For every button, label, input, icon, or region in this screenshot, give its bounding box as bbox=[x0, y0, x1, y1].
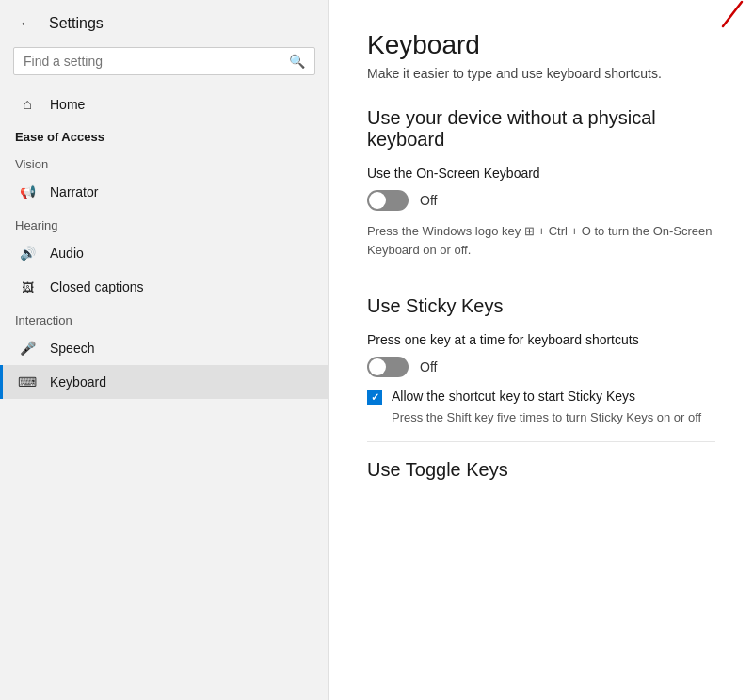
sticky-keys-shortcut-hint: Press the Shift key five times to turn S… bbox=[392, 410, 715, 424]
page-subtitle: Make it easier to type and use keyboard … bbox=[367, 66, 715, 81]
search-bar[interactable]: 🔍 bbox=[13, 47, 315, 75]
sidebar-item-label-keyboard: Keyboard bbox=[50, 374, 106, 390]
search-input[interactable] bbox=[24, 54, 281, 69]
section-heading-sticky-keys: Use Sticky Keys bbox=[367, 295, 715, 317]
sticky-keys-shortcut-row: Allow the shortcut key to start Sticky K… bbox=[367, 389, 715, 405]
on-screen-keyboard-toggle[interactable] bbox=[367, 190, 409, 211]
sidebar-item-label-speech: Speech bbox=[50, 341, 94, 356]
sidebar-item-label-narrator: Narrator bbox=[50, 184, 98, 199]
on-screen-keyboard-label: Use the On-Screen Keyboard bbox=[367, 166, 715, 181]
home-icon: ⌂ bbox=[18, 96, 37, 113]
sidebar: ← Settings 🔍 ⌂ Home Ease of Access Visio… bbox=[0, 0, 329, 700]
back-button[interactable]: ← bbox=[15, 13, 38, 34]
sticky-keys-shortcut-checkbox[interactable] bbox=[367, 390, 382, 405]
sticky-keys-label: Press one key at a time for keyboard sho… bbox=[367, 332, 715, 347]
sidebar-item-label-home: Home bbox=[50, 97, 85, 112]
sidebar-item-closed-captions[interactable]: 🖼 Closed captions bbox=[0, 270, 328, 304]
search-icon: 🔍 bbox=[289, 54, 305, 69]
sticky-keys-shortcut-label: Allow the shortcut key to start Sticky K… bbox=[392, 389, 635, 404]
sidebar-item-narrator[interactable]: 📢 Narrator bbox=[0, 175, 328, 209]
sticky-keys-toggle[interactable] bbox=[367, 357, 409, 377]
sidebar-header: ← Settings bbox=[0, 0, 328, 43]
ease-of-access-label: Ease of Access bbox=[0, 122, 328, 148]
sidebar-item-keyboard[interactable]: ⌨ Keyboard bbox=[0, 365, 328, 399]
section-heading-toggle-keys: Use Toggle Keys bbox=[367, 459, 715, 481]
section-heading-physical-keyboard: Use your device without a physical keybo… bbox=[367, 107, 715, 151]
hearing-section-label: Hearing bbox=[0, 209, 328, 236]
sidebar-item-speech[interactable]: 🎤 Speech bbox=[0, 331, 328, 365]
closed-captions-icon: 🖼 bbox=[18, 280, 37, 294]
interaction-section-label: Interaction bbox=[0, 304, 328, 331]
keyboard-icon: ⌨ bbox=[18, 374, 37, 390]
sidebar-title: Settings bbox=[49, 15, 104, 32]
sidebar-item-label-closed-captions: Closed captions bbox=[50, 279, 144, 294]
divider-2 bbox=[367, 441, 715, 442]
on-screen-keyboard-toggle-row: Off bbox=[367, 190, 715, 211]
on-screen-keyboard-toggle-label: Off bbox=[420, 193, 437, 208]
narrator-icon: 📢 bbox=[18, 184, 37, 199]
speech-icon: 🎤 bbox=[18, 341, 37, 356]
on-screen-keyboard-hint: Press the Windows logo key ⊞ + Ctrl + O … bbox=[367, 222, 715, 259]
audio-icon: 🔊 bbox=[18, 246, 37, 261]
sticky-keys-toggle-row: Off bbox=[367, 357, 715, 377]
sticky-keys-toggle-label: Off bbox=[420, 359, 437, 374]
sidebar-item-audio[interactable]: 🔊 Audio bbox=[0, 236, 328, 270]
pen-decoration bbox=[697, 0, 753, 38]
sidebar-item-label-audio: Audio bbox=[50, 246, 84, 261]
svg-line-0 bbox=[723, 2, 742, 26]
divider-1 bbox=[367, 278, 715, 278]
sidebar-item-home[interactable]: ⌂ Home bbox=[0, 87, 328, 122]
vision-section-label: Vision bbox=[0, 148, 328, 175]
main-content: Keyboard Make it easier to type and use … bbox=[329, 0, 753, 700]
page-title: Keyboard bbox=[367, 30, 715, 60]
